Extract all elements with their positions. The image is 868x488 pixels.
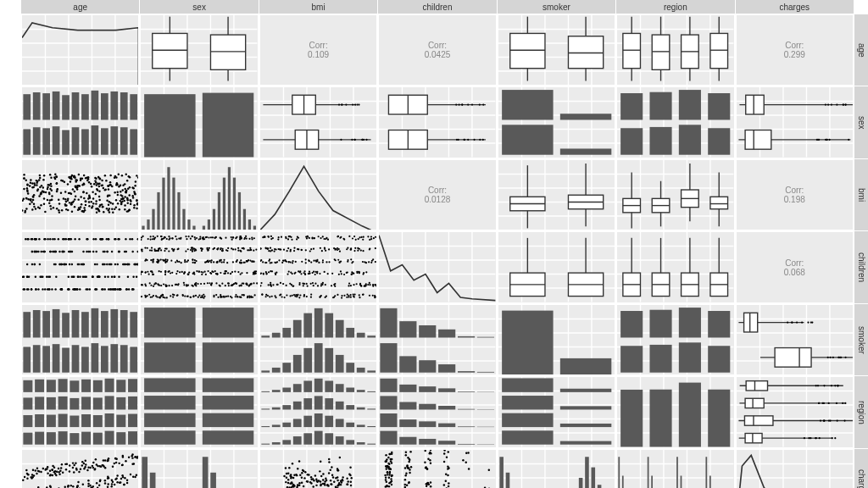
svg-point-144	[455, 104, 457, 106]
svg-point-2715	[331, 483, 332, 485]
svg-point-1045	[169, 270, 170, 272]
svg-point-1205	[217, 249, 219, 251]
svg-point-203	[824, 104, 826, 106]
svg-rect-1882	[400, 356, 417, 372]
svg-point-849	[108, 289, 109, 291]
svg-point-438	[47, 188, 48, 190]
cell-age-sex	[140, 14, 258, 86]
svg-point-911	[164, 236, 165, 238]
svg-point-314	[26, 187, 28, 189]
svg-rect-2106	[560, 441, 611, 445]
svg-rect-1963	[47, 397, 56, 410]
svg-point-2684	[312, 485, 314, 487]
svg-rect-1982	[35, 432, 44, 445]
svg-point-2229	[89, 485, 91, 486]
svg-point-1111	[164, 297, 166, 299]
svg-point-155	[456, 139, 458, 141]
svg-point-550	[98, 190, 100, 191]
svg-rect-598	[228, 167, 231, 230]
svg-point-853	[114, 289, 116, 291]
svg-point-440	[90, 183, 92, 185]
cell-bmi-region	[616, 159, 734, 230]
svg-rect-2128	[746, 381, 767, 391]
svg-point-739	[89, 251, 91, 252]
svg-point-1122	[186, 296, 188, 297]
svg-point-1681	[312, 282, 314, 284]
svg-point-1075	[151, 285, 153, 286]
svg-point-2272	[73, 471, 75, 473]
svg-point-367	[114, 208, 115, 210]
svg-point-1072	[153, 286, 154, 287]
svg-point-2552	[308, 474, 309, 475]
svg-point-746	[125, 289, 127, 291]
svg-point-352	[86, 192, 87, 194]
svg-point-2989	[445, 473, 447, 474]
svg-point-341	[137, 176, 139, 178]
svg-point-1047	[153, 274, 154, 275]
cell-age-charges: Corr:0.299	[736, 14, 854, 86]
svg-point-562	[121, 175, 123, 176]
svg-point-1684	[360, 285, 362, 286]
svg-rect-2000	[203, 379, 253, 392]
cell-charges-age: 2030405060	[21, 449, 139, 488]
svg-rect-2005	[145, 431, 196, 445]
svg-point-1402	[317, 236, 319, 238]
svg-rect-1957	[93, 380, 103, 392]
svg-point-882	[110, 263, 112, 265]
svg-point-2431	[58, 471, 59, 473]
svg-point-883	[86, 276, 87, 278]
svg-point-828	[58, 238, 59, 240]
svg-rect-2083	[458, 427, 475, 428]
svg-rect-1911	[679, 342, 701, 372]
cell-smoker-smoker	[498, 304, 615, 375]
cell-bmi-sex	[140, 159, 258, 230]
svg-point-838	[131, 238, 133, 240]
svg-point-1256	[241, 263, 242, 264]
svg-point-1710	[343, 295, 345, 297]
svg-point-1131	[163, 297, 164, 298]
svg-point-729	[86, 289, 88, 291]
svg-rect-1861	[314, 343, 323, 373]
svg-point-2475	[67, 485, 69, 487]
svg-rect-3044	[591, 467, 595, 488]
svg-point-1721	[337, 294, 338, 296]
svg-rect-66	[42, 94, 50, 120]
svg-point-2793	[297, 484, 298, 485]
svg-point-2255	[85, 463, 86, 465]
svg-point-360	[124, 196, 125, 197]
svg-point-311	[103, 187, 104, 189]
row-header-charges: charges	[854, 449, 868, 488]
svg-point-1378	[214, 295, 215, 297]
svg-point-313	[112, 211, 114, 213]
svg-point-964	[158, 250, 159, 252]
svg-rect-84	[101, 129, 108, 155]
svg-point-1652	[309, 283, 311, 285]
svg-rect-2052	[303, 434, 312, 445]
svg-point-459	[135, 180, 136, 182]
svg-point-1128	[172, 297, 174, 298]
svg-point-1324	[236, 283, 237, 285]
svg-rect-2150	[744, 416, 773, 425]
svg-point-1646	[267, 285, 269, 286]
svg-point-1312	[241, 285, 242, 286]
svg-point-507	[27, 192, 29, 194]
svg-point-2988	[444, 450, 446, 452]
svg-point-554	[126, 180, 128, 181]
svg-point-983	[185, 259, 186, 261]
svg-point-498	[64, 180, 65, 182]
svg-point-1129	[153, 295, 154, 297]
svg-point-1587	[304, 274, 306, 275]
svg-point-2420	[121, 463, 123, 465]
svg-point-2300	[136, 474, 137, 475]
svg-rect-80	[62, 130, 70, 155]
svg-point-1005	[145, 260, 147, 262]
svg-point-1180	[202, 237, 203, 239]
svg-point-457	[64, 203, 66, 205]
svg-point-1629	[293, 273, 295, 274]
svg-point-894	[54, 263, 56, 265]
svg-point-1037	[189, 272, 191, 274]
svg-point-2158	[836, 420, 837, 422]
svg-point-506	[104, 175, 106, 176]
svg-point-1376	[202, 297, 203, 298]
svg-point-332	[130, 203, 131, 205]
